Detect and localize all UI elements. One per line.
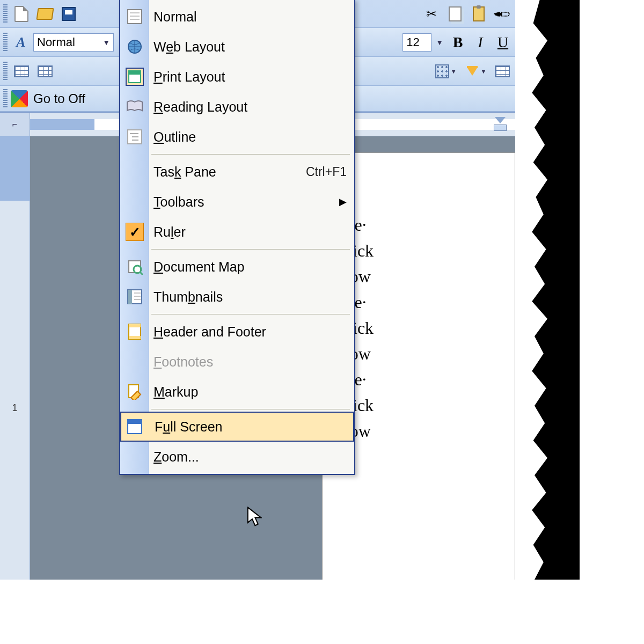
menu-item-normal[interactable]: Normal xyxy=(120,2,354,32)
first-line-indent-marker[interactable] xyxy=(495,117,506,123)
menu-separator xyxy=(151,314,350,314)
svg-line-13 xyxy=(140,272,143,275)
menu-label: Toolbars xyxy=(153,194,204,210)
styles-icon: A xyxy=(16,34,25,50)
new-doc-button[interactable] xyxy=(11,4,32,24)
menu-item-ruler[interactable]: ✓ Ruler xyxy=(120,217,354,247)
menu-separator xyxy=(151,154,350,155)
tab-selector[interactable]: ⌐ xyxy=(0,113,30,136)
svg-rect-15 xyxy=(128,290,132,304)
menu-label: Markup xyxy=(153,384,198,400)
hanging-indent-marker[interactable] xyxy=(494,125,507,131)
torn-edge-decoration xyxy=(515,0,580,580)
menu-label: Zoom... xyxy=(153,449,199,465)
menu-label: Header and Footer xyxy=(153,324,266,340)
doc-text-line: brow xyxy=(335,264,515,289)
scissors-icon: ✂ xyxy=(423,6,440,22)
menu-label: Full Screen xyxy=(155,419,222,435)
menu-separator xyxy=(151,249,350,250)
doc-text-line: quick xyxy=(335,315,515,341)
menu-item-print-layout[interactable]: Print Layout xyxy=(120,62,354,92)
menu-shortcut: Ctrl+F1 xyxy=(306,165,347,179)
menu-label: Outline xyxy=(153,129,196,145)
menu-label: Ruler xyxy=(153,224,186,240)
doc-text-line: brow xyxy=(335,418,515,444)
menu-item-footnotes: Footnotes xyxy=(120,347,354,377)
menu-item-web-layout[interactable]: Web Layout xyxy=(120,32,354,62)
header-footer-icon xyxy=(126,323,144,341)
toolbar-grip[interactable] xyxy=(3,33,8,52)
chevron-down-icon: ▼ xyxy=(103,38,110,47)
borders-button[interactable]: ▼ xyxy=(431,61,459,82)
doc-text-line: The· xyxy=(335,367,515,392)
new-doc-icon xyxy=(14,6,28,22)
menu-label: Task Pane xyxy=(153,164,216,180)
vertical-ruler[interactable]: ⌐ 1 xyxy=(0,113,30,580)
cut-button[interactable]: ✂ xyxy=(421,4,442,24)
doc-text-line: The· xyxy=(335,289,515,315)
web-layout-icon xyxy=(126,38,144,56)
menu-item-header-footer[interactable]: Header and Footer xyxy=(120,317,354,347)
menu-item-task-pane[interactable]: Task Pane Ctrl+F1 xyxy=(120,157,354,187)
svg-rect-24 xyxy=(128,420,142,424)
menu-label: Thumbnails xyxy=(153,289,223,305)
paste-icon xyxy=(473,6,485,21)
styles-button[interactable]: A xyxy=(11,32,31,53)
brush-icon: 🖌 xyxy=(491,2,514,25)
bold-button[interactable]: B xyxy=(448,32,468,53)
menu-item-zoom[interactable]: Zoom... xyxy=(120,442,354,472)
menu-separator xyxy=(151,409,350,409)
doc-text-line: brow xyxy=(335,341,515,367)
font-size-value: 12 xyxy=(406,35,419,49)
insert-table-button[interactable] xyxy=(34,61,56,82)
full-screen-icon xyxy=(126,418,144,436)
menu-label: Document Map xyxy=(153,259,245,275)
style-value: Normal xyxy=(37,35,75,49)
menu-item-document-map[interactable]: Document Map xyxy=(120,252,354,282)
menu-item-thumbnails[interactable]: Thumbnails xyxy=(120,282,354,312)
underline-button[interactable]: U xyxy=(493,32,513,53)
document-map-icon xyxy=(126,258,144,276)
paint-bucket-icon xyxy=(467,67,478,76)
toolbar-grip[interactable] xyxy=(3,62,8,81)
chevron-down-icon[interactable]: ▼ xyxy=(434,38,445,47)
toolbar-grip[interactable] xyxy=(3,4,8,24)
submenu-arrow-icon: ▶ xyxy=(339,196,347,208)
menu-item-toolbars[interactable]: Toolbars ▶ xyxy=(120,187,354,217)
table-icon xyxy=(495,65,510,77)
doc-text-line: quick xyxy=(335,238,515,264)
copy-button[interactable] xyxy=(444,4,466,24)
shading-color-button[interactable]: ▼ xyxy=(462,61,489,82)
menu-label: Footnotes xyxy=(153,354,213,370)
save-button[interactable] xyxy=(58,4,79,24)
menu-label: Print Layout xyxy=(153,69,225,85)
italic-button[interactable]: I xyxy=(470,32,491,53)
menu-item-reading-layout[interactable]: Reading Layout xyxy=(120,92,354,122)
ruler-tick: 1 xyxy=(12,402,17,414)
menu-label: Normal xyxy=(153,9,197,25)
office-logo-icon xyxy=(11,90,28,107)
outline-view-icon xyxy=(126,128,144,146)
font-size-dropdown[interactable]: 12 xyxy=(402,33,431,52)
doc-text-line: quick xyxy=(335,392,515,418)
table-icon xyxy=(14,65,29,77)
menu-label: Reading Layout xyxy=(153,99,247,115)
menu-item-outline[interactable]: Outline xyxy=(120,122,354,152)
toolbar-grip[interactable] xyxy=(3,89,8,108)
go-to-office-link[interactable]: Go to Off xyxy=(30,91,85,106)
svg-rect-6 xyxy=(129,71,141,75)
view-menu: Normal Web Layout Print Layout Reading L… xyxy=(119,0,355,475)
menu-item-full-screen[interactable]: Full Screen xyxy=(120,412,354,442)
format-painter-button[interactable]: 🖌 xyxy=(492,4,513,24)
borders-icon xyxy=(435,64,449,78)
paste-button[interactable] xyxy=(468,4,489,24)
copy-icon xyxy=(449,6,462,21)
open-button[interactable] xyxy=(34,4,56,24)
table-tool-button[interactable] xyxy=(492,61,513,82)
style-dropdown[interactable]: Normal ▼ xyxy=(33,33,114,52)
menu-item-markup[interactable]: Markup xyxy=(120,377,354,407)
save-disk-icon xyxy=(62,7,76,21)
draw-table-button[interactable] xyxy=(11,61,32,82)
menu-label: Web Layout xyxy=(153,39,225,55)
normal-view-icon xyxy=(126,8,144,26)
